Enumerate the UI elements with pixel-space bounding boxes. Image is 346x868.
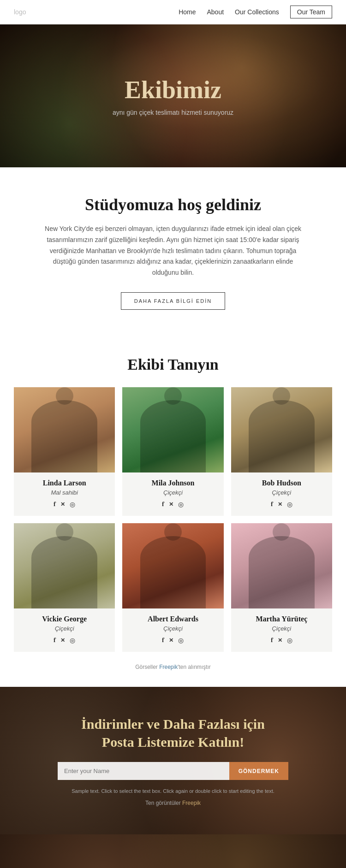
- newsletter-bg: [0, 687, 346, 834]
- newsletter-sample-text: Sample text. Click to select the text bo…: [72, 787, 274, 795]
- newsletter-form: GÖNDERMEK: [58, 762, 288, 780]
- team-card-info: Martha Yürüteç Çiçekçi 𝐟 ✕ ◎: [231, 608, 332, 652]
- x-icon[interactable]: ✕: [60, 637, 65, 644]
- welcome-section: Stüdyomuza hoş geldiniz New York City'de…: [0, 167, 346, 337]
- newsletter-submit-button[interactable]: GÖNDERMEK: [229, 762, 288, 780]
- footer: Sample text. Click to select the Text El…: [0, 834, 346, 868]
- team-member-role: Çiçekçi: [239, 625, 325, 632]
- x-icon[interactable]: ✕: [278, 637, 282, 644]
- freepik-credit: Görseller Freepik'ten alınmıştır: [14, 656, 332, 678]
- newsletter-freepik-link[interactable]: Freepik: [182, 800, 201, 806]
- team-card: Linda Larson Mal sahibi 𝐟 ✕ ◎: [14, 387, 115, 516]
- social-icons: 𝐟 ✕ ◎: [21, 501, 107, 508]
- team-member-photo: [14, 387, 115, 472]
- team-card: Albert Edwards Çiçekçi 𝐟 ✕ ◎: [122, 523, 223, 652]
- footer-sample-text: Sample text. Click to select the Text El…: [14, 848, 332, 868]
- team-card: Martha Yürüteç Çiçekçi 𝐟 ✕ ◎: [231, 523, 332, 652]
- facebook-icon[interactable]: 𝐟: [271, 501, 273, 508]
- team-grid: Linda Larson Mal sahibi 𝐟 ✕ ◎ Mila Johns…: [14, 387, 332, 652]
- newsletter-name-input[interactable]: [58, 762, 229, 780]
- instagram-icon[interactable]: ◎: [70, 501, 75, 508]
- team-card: Mila Johnson Çiçekçi 𝐟 ✕ ◎: [122, 387, 223, 516]
- team-card: Bob Hudson Çiçekçi 𝐟 ✕ ◎: [231, 387, 332, 516]
- hero-section: Ekibimiz aynı gün çiçek teslimatı hizmet…: [0, 24, 346, 167]
- team-member-name: Vickie George: [21, 615, 107, 623]
- team-card-info: Mila Johnson Çiçekçi 𝐟 ✕ ◎: [122, 472, 223, 516]
- welcome-title: Stüdyomuza hoş geldiniz: [37, 195, 309, 214]
- team-member-role: Çiçekçi: [130, 489, 216, 496]
- hero-title: Ekibimiz: [125, 76, 221, 104]
- x-icon[interactable]: ✕: [278, 501, 282, 508]
- facebook-icon[interactable]: 𝐟: [162, 637, 164, 644]
- nav-collections[interactable]: Our Collections: [235, 8, 279, 16]
- team-member-photo: [122, 523, 223, 608]
- team-card: Vickie George Çiçekçi 𝐟 ✕ ◎: [14, 523, 115, 652]
- navigation: logo Home About Our Collections Our Team: [0, 0, 346, 24]
- welcome-text: New York City'de eşi benzeri olmayan, iç…: [39, 224, 307, 278]
- facebook-icon[interactable]: 𝐟: [271, 637, 273, 644]
- team-member-name: Albert Edwards: [130, 615, 216, 623]
- newsletter-title: İndirimler ve Daha Fazlası içinPosta Lis…: [81, 715, 265, 751]
- team-member-photo: [231, 387, 332, 472]
- instagram-icon[interactable]: ◎: [287, 637, 292, 644]
- learn-more-button[interactable]: DAHA FAZLA BİLGİ EDİN: [121, 292, 226, 310]
- team-member-name: Martha Yürüteç: [239, 615, 325, 623]
- facebook-icon[interactable]: 𝐟: [54, 637, 56, 644]
- team-member-name: Mila Johnson: [130, 479, 216, 487]
- team-member-photo: [122, 387, 223, 472]
- team-member-role: Çiçekçi: [130, 625, 216, 632]
- team-title: Ekibi Tanıyın: [14, 356, 332, 373]
- hero-subtitle: aynı gün çiçek teslimatı hizmeti sunuyor…: [113, 109, 233, 116]
- newsletter-section: İndirimler ve Daha Fazlası içinPosta Lis…: [0, 687, 346, 834]
- nav-links: Home About Our Collections Our Team: [179, 6, 332, 18]
- instagram-icon[interactable]: ◎: [70, 637, 75, 644]
- team-member-role: Mal sahibi: [21, 489, 107, 496]
- social-icons: 𝐟 ✕ ◎: [130, 501, 216, 508]
- social-icons: 𝐟 ✕ ◎: [130, 637, 216, 644]
- nav-home[interactable]: Home: [179, 8, 196, 16]
- team-member-role: Çiçekçi: [239, 489, 325, 496]
- nav-about[interactable]: About: [207, 8, 224, 16]
- team-card-info: Vickie George Çiçekçi 𝐟 ✕ ◎: [14, 608, 115, 652]
- instagram-icon[interactable]: ◎: [178, 637, 184, 644]
- team-section: Ekibi Tanıyın Linda Larson Mal sahibi 𝐟 …: [0, 337, 346, 687]
- instagram-icon[interactable]: ◎: [178, 501, 184, 508]
- instagram-icon[interactable]: ◎: [287, 501, 292, 508]
- facebook-icon[interactable]: 𝐟: [54, 501, 56, 508]
- logo: logo: [14, 8, 26, 16]
- newsletter-freepik: Ten görüntüler Freepik: [145, 800, 201, 806]
- team-card-info: Linda Larson Mal sahibi 𝐟 ✕ ◎: [14, 472, 115, 516]
- team-member-name: Linda Larson: [21, 479, 107, 487]
- team-member-name: Bob Hudson: [239, 479, 325, 487]
- x-icon[interactable]: ✕: [169, 637, 173, 644]
- social-icons: 𝐟 ✕ ◎: [239, 637, 325, 644]
- facebook-icon[interactable]: 𝐟: [162, 501, 164, 508]
- social-icons: 𝐟 ✕ ◎: [21, 637, 107, 644]
- freepik-link[interactable]: Freepik: [159, 664, 178, 670]
- team-member-photo: [14, 523, 115, 608]
- team-member-role: Çiçekçi: [21, 625, 107, 632]
- team-card-info: Albert Edwards Çiçekçi 𝐟 ✕ ◎: [122, 608, 223, 652]
- social-icons: 𝐟 ✕ ◎: [239, 501, 325, 508]
- x-icon[interactable]: ✕: [169, 501, 173, 508]
- x-icon[interactable]: ✕: [60, 501, 65, 508]
- team-card-info: Bob Hudson Çiçekçi 𝐟 ✕ ◎: [231, 472, 332, 516]
- nav-our-team[interactable]: Our Team: [290, 6, 332, 18]
- team-member-photo: [231, 523, 332, 608]
